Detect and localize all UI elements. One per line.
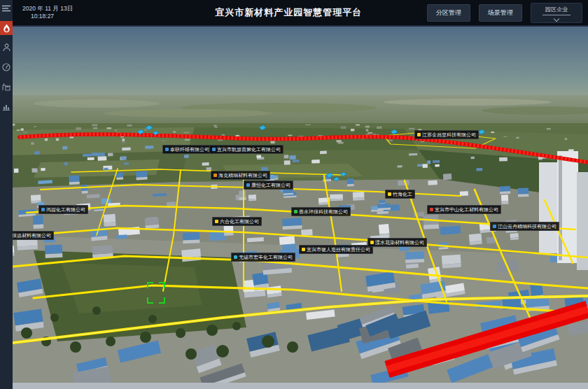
- dropdown-label: 园区企业: [542, 6, 570, 15]
- company-marker-icon: [430, 208, 433, 211]
- map-poi-label[interactable]: 泰联纤维有限公司: [162, 145, 212, 154]
- map-poi-label[interactable]: 溧水花染材料有限公司: [368, 238, 427, 247]
- map-poi-label[interactable]: 江山云丹精细科技有限公司: [490, 222, 559, 231]
- company-name: 江山云丹精细科技有限公司: [498, 222, 556, 230]
- datetime-display: 2020 年 11 月 13日 10:18:27: [22, 0, 73, 25]
- company-marker-icon: [214, 174, 217, 177]
- map-poi-label[interactable]: 江苏金昌亚科技有限公司: [414, 130, 479, 139]
- page-title: 宜兴市新材料产业园智慧管理平台: [215, 0, 362, 25]
- company-name: 泰联纤维有限公司: [170, 146, 209, 153]
- company-name: 善水环保科技有限公司: [299, 208, 348, 215]
- left-toolbar: [0, 0, 13, 389]
- gauge-icon[interactable]: [0, 60, 13, 74]
- company-name: 兴达保温材料有限公司: [13, 232, 51, 239]
- bar-chart-icon[interactable]: [0, 99, 13, 113]
- chevron-down-icon: [554, 15, 559, 21]
- map-poi-label[interactable]: 善水环保科技有限公司: [291, 207, 351, 216]
- zone-management-button[interactable]: 分区管理: [427, 4, 470, 22]
- current-time: 10:18:27: [22, 13, 73, 20]
- company-marker-icon: [234, 255, 237, 259]
- top-bar: 2020 年 11 月 13日 10:18:27 宜兴市新材料产业园智慧管理平台…: [13, 0, 588, 25]
- flame-icon[interactable]: [0, 21, 13, 35]
- company-marker-icon: [493, 225, 496, 228]
- app-window: 2020 年 11 月 13日 10:18:27 宜兴市新材料产业园智慧管理平台…: [0, 0, 588, 389]
- company-marker-icon: [370, 241, 374, 244]
- company-name: 宜兴市中山化工材料有限公司: [435, 206, 498, 213]
- hamburger-menu-icon[interactable]: [0, 1, 13, 15]
- map-poi-label[interactable]: 宜兴市凯源普聚化工有限公司: [209, 145, 284, 154]
- current-date: 2020 年 11 月 13日: [22, 5, 73, 13]
- company-name: 六合化工有限公司: [220, 218, 259, 225]
- company-marker-icon: [417, 133, 421, 136]
- map-label-layer: 泰联纤维有限公司宜兴市凯源普聚化工有限公司海克精细材料有限公司康恒化工有限公司江…: [13, 25, 588, 389]
- company-name: 宜兴市银人造丝有限责任公司: [307, 246, 370, 253]
- header-actions: 分区管理 场景管理 园区企业: [427, 0, 582, 25]
- company-marker-icon: [165, 148, 169, 151]
- company-name: 海克精细材料有限公司: [218, 171, 267, 179]
- map-poi-label[interactable]: 无锡市宏丰化工有限公司: [231, 253, 295, 262]
- company-marker-icon: [246, 183, 250, 187]
- map-poi-label[interactable]: 鸿霞化工有限公司: [38, 205, 88, 214]
- company-marker-icon: [212, 148, 216, 151]
- map-poi-label[interactable]: 海克精细材料有限公司: [211, 171, 270, 180]
- company-name: 竹海化工: [393, 190, 412, 198]
- map-poi-label[interactable]: 宜兴市中山化工材料有限公司: [427, 205, 501, 214]
- company-marker-icon: [215, 220, 218, 223]
- park-enterprise-dropdown[interactable]: 园区企业: [531, 3, 582, 23]
- company-marker-icon: [41, 208, 45, 211]
- map-poi-label[interactable]: 兴达保温材料有限公司: [13, 231, 54, 240]
- company-name: 康恒化工有限公司: [251, 181, 290, 189]
- company-name: 溧水花染材料有限公司: [375, 239, 424, 246]
- company-marker-icon: [294, 210, 298, 213]
- company-name: 江苏金昌亚科技有限公司: [422, 131, 476, 139]
- company-name: 宜兴市凯源普聚化工有限公司: [217, 146, 281, 153]
- company-marker-icon: [388, 192, 391, 196]
- map-3d-viewport[interactable]: 泰联纤维有限公司宜兴市凯源普聚化工有限公司海克精细材料有限公司康恒化工有限公司江…: [13, 25, 588, 389]
- company-marker-icon: [302, 248, 305, 251]
- person-icon[interactable]: [0, 41, 13, 55]
- map-poi-label[interactable]: 宜兴市银人造丝有限责任公司: [299, 245, 373, 254]
- map-poi-label[interactable]: 康恒化工有限公司: [244, 181, 293, 190]
- factory-icon[interactable]: [0, 80, 13, 94]
- map-poi-label[interactable]: 六合化工有限公司: [212, 217, 262, 226]
- company-name: 鸿霞化工有限公司: [46, 206, 85, 213]
- company-name: 无锡市宏丰化工有限公司: [239, 253, 293, 261]
- scene-management-button[interactable]: 场景管理: [479, 4, 522, 22]
- map-poi-label[interactable]: 竹海化工: [385, 190, 415, 199]
